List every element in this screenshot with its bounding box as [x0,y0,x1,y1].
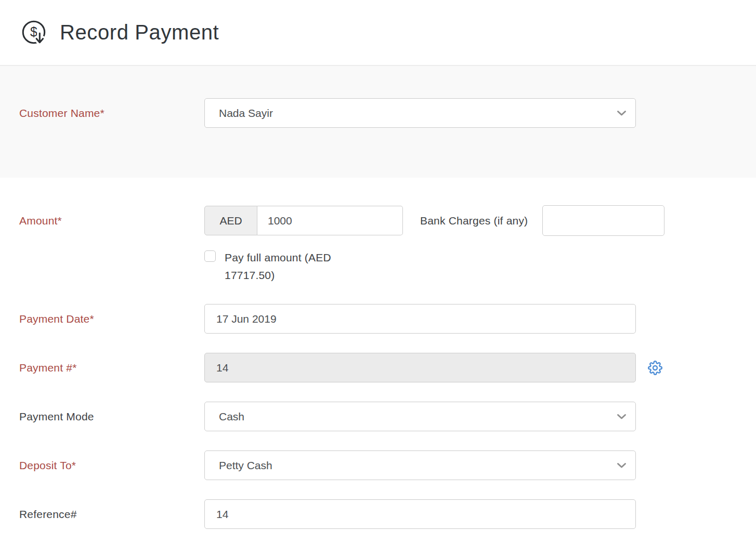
customer-name-value: Nada Sayir [219,107,273,120]
payment-number-settings-button[interactable] [648,361,662,375]
customer-name-label: Customer Name* [0,107,204,120]
record-payment-screen: $ Record Payment Customer Name* Nada Say… [0,0,756,557]
pay-full-amount-row: Pay full amount (AED 17717.50) [204,249,756,284]
customer-name-row: Customer Name* Nada Sayir [0,98,756,128]
payment-mode-row: Payment Mode Cash [0,402,756,431]
reference-row: Reference# [0,499,756,529]
payment-mode-select[interactable]: Cash [204,402,636,431]
amount-input-group: AED [204,206,403,235]
bank-charges-input[interactable] [542,205,664,236]
reference-label: Reference# [0,508,204,521]
deposit-to-label: Deposit To* [0,459,204,472]
payment-date-row: Payment Date* [0,304,756,334]
customer-name-select[interactable]: Nada Sayir [204,98,636,128]
page-title: Record Payment [60,21,219,44]
payment-mode-value: Cash [219,410,244,423]
chevron-down-icon [617,414,627,420]
amount-row: Amount* AED Bank Charges (if any) [0,205,756,236]
bank-charges-label: Bank Charges (if any) [420,215,528,227]
gear-icon [648,369,662,377]
amount-input[interactable] [257,206,403,235]
amount-label: Amount* [0,215,204,227]
payment-date-input[interactable] [204,304,636,334]
payment-date-label: Payment Date* [0,313,204,325]
customer-section: Customer Name* Nada Sayir [0,66,756,178]
pay-full-amount-label[interactable]: Pay full amount (AED 17717.50) [225,249,371,284]
payment-mode-label: Payment Mode [0,410,204,423]
deposit-to-value: Petty Cash [219,459,272,472]
page-header: $ Record Payment [0,0,756,66]
payment-number-label: Payment #* [0,362,204,374]
payment-form: Amount* AED Bank Charges (if any) Pay fu… [0,178,756,529]
chevron-down-icon [617,110,627,116]
reference-input[interactable] [204,499,636,529]
chevron-down-icon [617,462,627,469]
pay-full-amount-checkbox[interactable] [204,250,216,262]
payment-number-row: Payment #* [0,353,756,382]
payment-number-input [204,353,636,382]
deposit-to-select[interactable]: Petty Cash [204,450,636,480]
deposit-to-row: Deposit To* Petty Cash [0,450,756,480]
money-received-icon: $ [19,18,49,48]
currency-code: AED [204,206,257,235]
